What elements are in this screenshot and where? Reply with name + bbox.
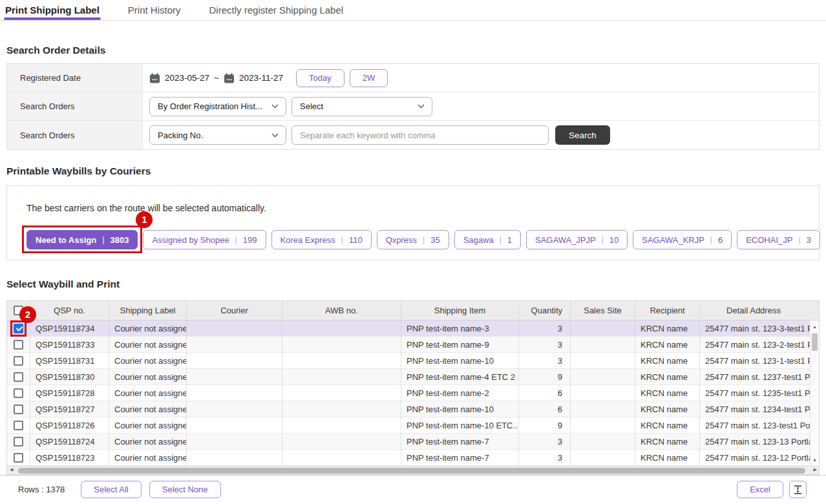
cell-sales-site — [571, 385, 635, 401]
row-checkbox-cell — [7, 401, 30, 417]
cell-recipient: KRCN name — [635, 434, 700, 449]
scroll-up-icon[interactable]: ▲ — [810, 324, 819, 329]
row-checkbox[interactable] — [14, 421, 23, 430]
cell-awb-no — [282, 401, 401, 417]
resize-table-button[interactable] — [789, 481, 807, 498]
cell-detail-address: 25477 main st. 123-3-test1 P — [700, 320, 819, 336]
courier-name: SAGAWA_KRJP — [642, 235, 704, 245]
select-all-button[interactable]: Select All — [81, 481, 141, 498]
search-orders-label: Search Orders — [7, 92, 143, 120]
cell-awb-no — [282, 434, 401, 449]
cell-quantity: 9 — [519, 417, 571, 433]
courier-name: ECOHAI_JP — [746, 235, 792, 245]
column-header: Shipping Label — [109, 301, 187, 320]
search-button[interactable]: Search — [555, 125, 610, 145]
column-header: Quantity — [519, 301, 571, 320]
search-orders-history-row: Search Orders By Order Registration Hist… — [7, 92, 819, 121]
cell-shipping-label: Courier not assigned — [109, 337, 187, 352]
tab-print-history[interactable]: Print History — [128, 0, 181, 20]
table-row: QSP159118724 Courier not assigned PNP te… — [7, 434, 819, 450]
row-checkbox[interactable] — [14, 372, 23, 382]
cell-qsp-no: QSP159118723 — [30, 450, 109, 465]
tab-print-shipping-label[interactable]: Print Shipping Label — [5, 0, 100, 20]
table-body: 2 QSP159118734 Courier not assigned PNP … — [7, 320, 819, 466]
courier-name: Qxpress — [386, 235, 417, 245]
table-row: QSP159118728 Courier not assigned PNP te… — [7, 385, 819, 401]
column-header: Shipping Item — [401, 301, 519, 320]
row-checkbox[interactable] — [14, 437, 23, 446]
courier-name: Sagawa — [463, 235, 494, 245]
row-checkbox[interactable] — [14, 356, 23, 366]
courier-filter-button[interactable]: Need to Assign | 3803 — [26, 230, 138, 249]
scroll-down-icon[interactable]: ▼ — [810, 458, 819, 463]
cell-qsp-no: QSP159118727 — [30, 401, 109, 417]
row-checkbox[interactable] — [14, 340, 23, 350]
keyword-input[interactable] — [291, 125, 549, 145]
courier-buttons: Need to Assign | 3803 1 Assigned by Shop… — [26, 230, 806, 249]
cell-detail-address: 25477 main st. 1237-test1 Po — [700, 369, 819, 384]
cell-courier — [187, 401, 282, 417]
end-date-value[interactable]: 2023-11-27 — [239, 73, 283, 83]
courier-divider: | — [102, 235, 104, 244]
row-checkbox-cell — [7, 353, 30, 368]
table-header-row: QSP no.Shipping LabelCourierAWB no.Shipp… — [7, 301, 819, 320]
row-checkbox[interactable] — [14, 324, 23, 333]
vertical-resize-icon — [794, 485, 802, 494]
today-button[interactable]: Today — [296, 69, 344, 87]
row-checkbox[interactable] — [14, 404, 23, 414]
two-week-button[interactable]: 2W — [350, 69, 388, 87]
keyword-type-select[interactable]: Packing No. — [149, 125, 286, 145]
cell-courier — [187, 337, 282, 352]
cell-shipping-item: PNP test-item name-10 — [401, 401, 519, 417]
row-checkbox[interactable] — [14, 453, 23, 463]
order-history-select[interactable]: By Order Registration Hist... — [149, 97, 286, 116]
vertical-scrollbar-thumb[interactable] — [812, 333, 818, 351]
cell-detail-address: 25477 main st. 123-12 Portla — [700, 450, 819, 465]
cell-qsp-no: QSP159118731 — [30, 353, 109, 368]
courier-count: 6 — [718, 235, 723, 245]
annotation-badge-2: 2 — [19, 306, 36, 323]
cell-quantity: 3 — [519, 320, 571, 336]
courier-count: 199 — [243, 235, 257, 245]
row-checkbox[interactable] — [14, 388, 23, 398]
cell-shipping-label: Courier not assigned — [109, 417, 187, 433]
cell-qsp-no: QSP159118724 — [30, 434, 109, 449]
courier-filter-button[interactable]: Korea Express | 110 — [271, 230, 372, 249]
column-header: Recipient — [635, 301, 700, 320]
chevron-down-icon — [271, 133, 279, 138]
date-range-separator: ~ — [214, 73, 219, 83]
courier-filter-button[interactable]: ECOHAI_JP | 3 — [737, 230, 820, 249]
scroll-left-icon[interactable]: ◀ — [10, 467, 13, 472]
start-date-value[interactable]: 2023-05-27 — [165, 73, 209, 83]
row-checkbox-cell — [7, 369, 30, 384]
excel-button[interactable]: Excel — [737, 481, 783, 498]
courier-button-wrap: Sagawa | 1 — [454, 230, 521, 249]
calendar-icon[interactable] — [149, 73, 160, 83]
courier-filter-button[interactable]: Sagawa | 1 — [454, 230, 521, 249]
column-header: Sales Site — [571, 301, 635, 320]
tab-directly-register-shipping-label[interactable]: Directly register Shipping Label — [209, 0, 344, 20]
calendar-icon[interactable] — [224, 73, 235, 83]
courier-divider: | — [341, 235, 343, 244]
courier-filter-button[interactable]: Qxpress | 35 — [377, 230, 449, 249]
scroll-right-icon[interactable]: ▶ — [814, 467, 817, 472]
courier-divider: | — [423, 235, 425, 244]
cell-shipping-item: PNP test-item name-2 — [401, 385, 519, 401]
courier-filter-button[interactable]: Assigned by Shopee | 199 — [143, 230, 266, 249]
cell-courier — [187, 385, 282, 401]
table-row: QSP159118731 Courier not assigned PNP te… — [7, 353, 819, 369]
order-status-select[interactable]: Select — [291, 97, 432, 116]
vertical-scrollbar[interactable]: ▲ ▼ — [810, 320, 819, 466]
cell-qsp-no: QSP159118726 — [30, 417, 109, 433]
courier-filter-button[interactable]: SAGAWA_KRJP | 6 — [633, 230, 732, 249]
select-none-button[interactable]: Select None — [149, 481, 221, 498]
rows-count-label: Rows : 1378 — [18, 485, 65, 494]
cell-sales-site — [571, 450, 635, 465]
horizontal-scrollbar[interactable]: ◀ ▶ — [7, 466, 819, 474]
cell-recipient: KRCN name — [635, 353, 700, 368]
horizontal-scrollbar-thumb[interactable] — [18, 468, 805, 474]
annotation-badge-1: 1 — [136, 211, 153, 228]
courier-divider: | — [235, 235, 237, 244]
courier-filter-button[interactable]: SAGAWA_JPJP | 10 — [526, 230, 628, 249]
cell-sales-site — [571, 401, 635, 417]
